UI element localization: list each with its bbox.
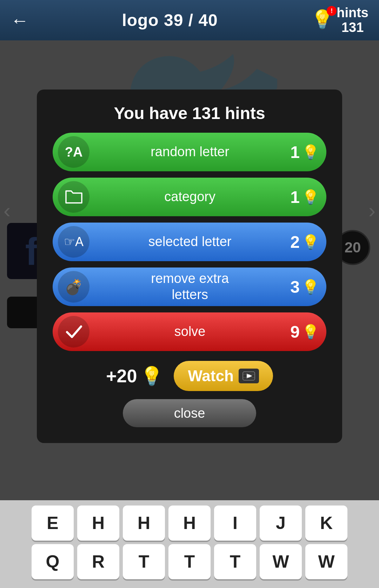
close-button[interactable]: close xyxy=(123,399,256,427)
remove-extra-icon: 💣 xyxy=(58,271,89,303)
key-R[interactable]: R xyxy=(77,544,119,579)
hints-count: hints 131 xyxy=(337,6,368,35)
plus20-bulb-icon: 💡 xyxy=(140,365,163,387)
bulb-icon-3: 💡 xyxy=(302,234,319,250)
hint-icon-wrap: 💡 ! xyxy=(311,9,334,32)
keyboard-area: E H H H I J K Q R T T T W W xyxy=(0,500,379,588)
key-T1[interactable]: T xyxy=(123,544,165,579)
bulb-icon-5: 💡 xyxy=(302,324,319,340)
plus20-label: +20 💡 xyxy=(106,365,163,387)
key-E[interactable]: E xyxy=(32,506,74,541)
key-T3[interactable]: T xyxy=(214,544,256,579)
hint-badge: ! xyxy=(327,6,337,16)
hints-modal: You have 131 hints ?A random letter 1 💡 xyxy=(37,90,342,443)
modal-title: You have 131 hints xyxy=(114,104,265,123)
header: ← logo 39 / 40 💡 ! hints 131 xyxy=(0,0,379,40)
key-T2[interactable]: T xyxy=(168,544,211,579)
page-title: logo 39 / 40 xyxy=(122,11,218,30)
key-W2[interactable]: W xyxy=(305,544,347,579)
remove-extra-label: remove extraletters xyxy=(89,271,290,303)
key-Q[interactable]: Q xyxy=(32,544,74,579)
back-button[interactable]: ← xyxy=(11,10,29,31)
watch-button[interactable]: Watch xyxy=(174,361,273,391)
game-background: f 20 ‹ › You have 131 hints ?A random le… xyxy=(0,40,379,588)
key-I[interactable]: I xyxy=(214,506,256,541)
key-K[interactable]: K xyxy=(305,506,347,541)
bulb-icon-1: 💡 xyxy=(302,144,319,160)
category-icon xyxy=(58,181,89,213)
bulb-icon-2: 💡 xyxy=(302,189,319,205)
random-letter-icon: ?A xyxy=(58,136,89,168)
watch-row: +20 💡 Watch xyxy=(106,361,273,391)
category-cost: 1 💡 xyxy=(290,187,319,207)
key-J[interactable]: J xyxy=(260,506,302,541)
video-icon xyxy=(239,369,259,383)
selected-letter-icon: ☞A xyxy=(58,226,89,258)
keyboard-row-2: Q R T T T W W xyxy=(4,544,375,579)
category-button[interactable]: category 1 💡 xyxy=(53,178,326,216)
selected-letter-cost: 2 💡 xyxy=(290,232,319,252)
random-letter-cost: 1 💡 xyxy=(290,143,319,162)
selected-letter-label: selected letter xyxy=(89,234,290,250)
bulb-icon-4: 💡 xyxy=(302,279,319,295)
category-label: category xyxy=(89,189,290,205)
solve-label: solve xyxy=(89,324,290,340)
key-W1[interactable]: W xyxy=(260,544,302,579)
hints-area: 💡 ! hints 131 xyxy=(311,6,368,35)
random-letter-label: random letter xyxy=(89,144,290,160)
remove-extra-button[interactable]: 💣 remove extraletters 3 💡 xyxy=(53,267,326,306)
selected-letter-button[interactable]: ☞A selected letter 2 💡 xyxy=(53,223,326,261)
solve-cost: 9 💡 xyxy=(290,322,319,342)
key-H3[interactable]: H xyxy=(168,506,211,541)
key-H2[interactable]: H xyxy=(123,506,165,541)
solve-button[interactable]: solve 9 💡 xyxy=(53,312,326,351)
remove-extra-cost: 3 💡 xyxy=(290,277,319,297)
key-H1[interactable]: H xyxy=(77,506,119,541)
solve-icon xyxy=(58,316,89,348)
random-letter-button[interactable]: ?A random letter 1 💡 xyxy=(53,133,326,171)
keyboard-row-1: E H H H I J K xyxy=(4,506,375,541)
